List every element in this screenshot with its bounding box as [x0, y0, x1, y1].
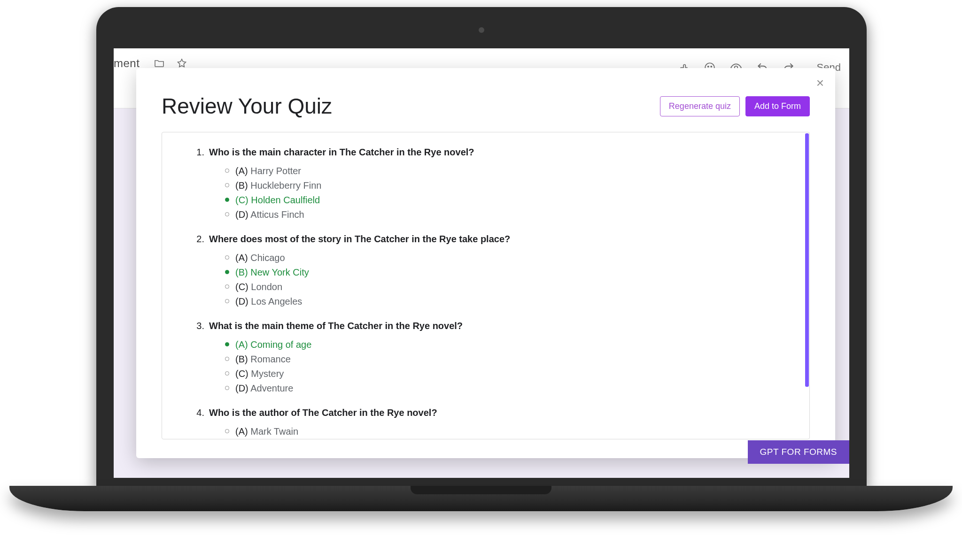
question-number: 1. — [194, 146, 204, 159]
question-item: 1.Who is the main character in The Catch… — [169, 146, 797, 224]
answer-text: Holden Caulfield — [251, 195, 320, 205]
answer-text: Los Angeles — [251, 296, 302, 307]
answer-text: Romance — [250, 354, 291, 364]
question-text: Who is the main character in The Catcher… — [209, 146, 474, 159]
answer-letter: (A) — [235, 166, 250, 176]
modal-title: Review Your Quiz — [162, 93, 332, 119]
answer-option: (A) Chicago — [225, 251, 797, 265]
answer-text: London — [251, 282, 282, 292]
answer-list: (A) Harry Potter(B) Huckleberry Finn(C) … — [169, 159, 797, 224]
question-number: 4. — [194, 406, 204, 420]
question-number: 2. — [194, 232, 204, 246]
answer-option: (D) Atticus Finch — [225, 207, 797, 222]
answer-list: (A) Coming of age(B) Romance(C) Mystery(… — [169, 333, 797, 398]
close-icon[interactable]: × — [816, 77, 824, 90]
review-quiz-modal: × Review Your Quiz Regenerate quiz Add t… — [136, 68, 835, 458]
regenerate-button[interactable]: Regenerate quiz — [660, 96, 740, 116]
question-item: 2.Where does most of the story in The Ca… — [169, 232, 797, 311]
answer-text: Mark Twain — [250, 426, 298, 437]
screen: ment — [114, 48, 849, 478]
add-to-form-button[interactable]: Add to Form — [745, 96, 810, 116]
question-item: 4.Who is the author of The Catcher in th… — [169, 406, 797, 439]
answer-text: Atticus Finch — [250, 209, 304, 220]
answer-option: (A) Mark Twain — [225, 424, 797, 439]
answer-option: (A) Harry Potter — [225, 164, 797, 178]
answer-letter: (B) — [235, 354, 250, 364]
scrollbar-thumb[interactable] — [805, 133, 809, 387]
answer-letter: (B) — [235, 180, 250, 191]
answer-letter: (C) — [235, 368, 251, 379]
laptop-camera — [479, 27, 484, 33]
gpt-for-forms-badge[interactable]: GPT FOR FORMS — [748, 440, 849, 464]
answer-letter: (A) — [235, 426, 250, 437]
laptop-notch — [411, 486, 551, 494]
quiz-container: 1.Who is the main character in The Catch… — [162, 132, 810, 439]
answer-letter: (A) — [235, 253, 250, 263]
answer-option-correct: (A) Coming of age — [225, 338, 797, 352]
answer-list: (A) Mark Twain — [169, 420, 797, 439]
answer-option: (D) Adventure — [225, 381, 797, 396]
answer-text: New York City — [250, 267, 309, 277]
svg-point-2 — [711, 66, 712, 67]
answer-text: Mystery — [251, 368, 284, 379]
answer-letter: (D) — [235, 383, 250, 393]
question-text: Who is the author of The Catcher in the … — [209, 406, 437, 420]
answer-option-correct: (C) Holden Caulfield — [225, 193, 797, 207]
quiz-content: 1.Who is the main character in The Catch… — [162, 132, 809, 439]
question-text: Where does most of the story in The Catc… — [209, 232, 510, 246]
answer-letter: (D) — [235, 296, 251, 307]
answer-option: (B) Huckleberry Finn — [225, 178, 797, 193]
answer-text: Adventure — [250, 383, 293, 393]
answer-text: Chicago — [250, 253, 285, 263]
answer-option: (C) London — [225, 280, 797, 294]
answer-letter: (A) — [235, 339, 250, 350]
answer-text: Coming of age — [250, 339, 311, 350]
answer-letter: (C) — [235, 195, 251, 205]
answer-text: Huckleberry Finn — [250, 180, 321, 191]
answer-list: (A) Chicago(B) New York City(C) London(D… — [169, 246, 797, 311]
question-text: What is the main theme of The Catcher in… — [209, 319, 463, 333]
answer-letter: (C) — [235, 282, 251, 292]
answer-text: Harry Potter — [250, 166, 301, 176]
svg-point-1 — [707, 66, 708, 67]
answer-option: (D) Los Angeles — [225, 294, 797, 309]
answer-letter: (B) — [235, 267, 250, 277]
modal-actions: Regenerate quiz Add to Form — [660, 96, 810, 116]
answer-letter: (D) — [235, 209, 250, 220]
question-item: 3.What is the main theme of The Catcher … — [169, 319, 797, 398]
modal-header: Review Your Quiz Regenerate quiz Add to … — [136, 68, 835, 132]
laptop-mockup: ment — [0, 0, 962, 560]
question-number: 3. — [194, 319, 204, 333]
answer-option: (C) Mystery — [225, 367, 797, 381]
answer-option: (B) Romance — [225, 352, 797, 367]
answer-option-correct: (B) New York City — [225, 265, 797, 280]
